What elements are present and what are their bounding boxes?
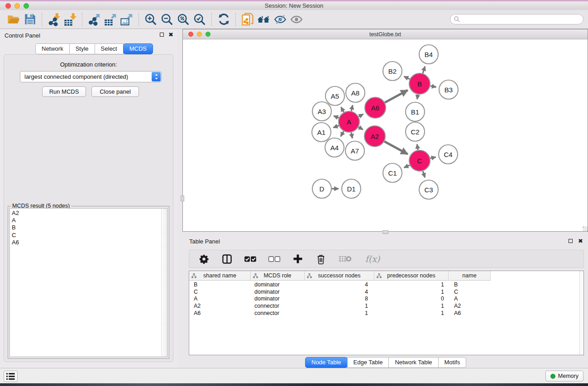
edge-B-B4[interactable]: [423, 67, 425, 73]
tab-node-table[interactable]: Node Table: [305, 357, 348, 368]
table-row[interactable]: Cdominator41C: [189, 288, 579, 295]
tab-motifs[interactable]: Motifs: [438, 357, 467, 368]
node-B1[interactable]: B1: [406, 102, 425, 121]
node-A5[interactable]: A5: [325, 86, 344, 105]
network-window-titlebar[interactable]: testGlobe.txt: [183, 29, 588, 39]
node-D[interactable]: D: [312, 179, 331, 198]
save-session-button[interactable]: [22, 11, 38, 28]
edge-A-A1[interactable]: [333, 125, 339, 128]
export-image-button[interactable]: [119, 11, 135, 28]
unselect-all-button[interactable]: [268, 253, 281, 265]
zoom-in-button[interactable]: [143, 11, 159, 28]
node-A1[interactable]: A1: [312, 123, 331, 142]
task-history-button[interactable]: [4, 371, 18, 382]
memory-button[interactable]: Memory: [545, 371, 583, 381]
table-row[interactable]: Adominator80A: [189, 295, 579, 303]
tab-network[interactable]: Network: [35, 43, 70, 54]
home-button[interactable]: [256, 11, 272, 28]
tab-select[interactable]: Select: [95, 43, 124, 54]
splitter-handle[interactable]: [382, 230, 388, 234]
tab-network-table[interactable]: Network Table: [388, 357, 438, 368]
edge-B-B3[interactable]: [430, 86, 436, 87]
refresh-button[interactable]: [215, 11, 232, 28]
node-A7[interactable]: A7: [345, 141, 364, 160]
scrollbar[interactable]: [579, 271, 583, 355]
column-header-predecessor-nodes[interactable]: predecessor nodes: [374, 271, 449, 281]
node-A3[interactable]: A3: [312, 102, 331, 121]
import-table-button[interactable]: [62, 11, 78, 28]
node-A6[interactable]: A6: [365, 97, 386, 118]
edge-A-A8[interactable]: [351, 105, 353, 111]
search-input[interactable]: [450, 14, 583, 24]
node-B4[interactable]: B4: [419, 45, 438, 64]
import-network-button[interactable]: [46, 11, 62, 28]
table-row[interactable]: Bdominator41B: [189, 281, 579, 288]
node-A[interactable]: A: [339, 111, 359, 132]
mcds-result-item[interactable]: A: [12, 217, 159, 224]
edge-A2-C[interactable]: [384, 141, 408, 154]
open-session-button[interactable]: [5, 11, 22, 28]
criterion-dropdown[interactable]: largest connected component (directed): [20, 71, 162, 82]
edge-B-B1[interactable]: [417, 95, 418, 100]
edge-C-C4[interactable]: [430, 157, 435, 158]
edge-C-C2[interactable]: [417, 144, 418, 150]
edge-C-C1[interactable]: [404, 165, 410, 168]
edge-A-A2[interactable]: [359, 127, 363, 130]
node-B[interactable]: B: [409, 73, 430, 94]
edge-B-B2[interactable]: [404, 76, 410, 79]
column-header-MCDS-role[interactable]: MCDS role: [251, 271, 305, 281]
settings-gear-button[interactable]: [197, 253, 210, 265]
node-C2[interactable]: C2: [406, 122, 425, 141]
hide-graphics-details-button[interactable]: [272, 11, 288, 28]
column-header-shared-name[interactable]: shared name: [189, 271, 251, 281]
close-panel-icon[interactable]: ✖: [168, 32, 173, 37]
show-graphics-details-button[interactable]: [288, 11, 305, 28]
float-panel-icon[interactable]: [160, 33, 164, 37]
zoom-selected-button[interactable]: [191, 11, 208, 28]
export-network-button[interactable]: [86, 11, 102, 28]
splitter-handle[interactable]: [181, 195, 184, 201]
column-header-name[interactable]: name: [449, 271, 491, 281]
node-C3[interactable]: C3: [419, 180, 438, 199]
mcds-result-item[interactable]: B: [12, 224, 159, 231]
export-table-button[interactable]: [102, 11, 119, 28]
node-B3[interactable]: B3: [439, 80, 458, 99]
new-network-document-button[interactable]: [239, 11, 256, 28]
run-mcds-button[interactable]: Run MCDS: [42, 86, 86, 97]
table-row[interactable]: A6connector11A6: [189, 310, 579, 317]
mcds-result-item[interactable]: A2: [12, 210, 159, 217]
edge-A-A5[interactable]: [341, 107, 344, 112]
edge-A-A7[interactable]: [351, 133, 353, 138]
resize-handle[interactable]: [583, 226, 588, 231]
node-table[interactable]: shared nameMCDS rolesuccessor nodesprede…: [189, 271, 584, 355]
function-builder-button[interactable]: f(x): [363, 253, 382, 265]
node-C[interactable]: C: [409, 150, 430, 171]
node-C4[interactable]: C4: [439, 145, 458, 164]
delete-columns-button[interactable]: [315, 253, 327, 265]
node-A8[interactable]: A8: [346, 83, 365, 102]
edge-A6-B[interactable]: [385, 90, 408, 102]
select-all-button[interactable]: [244, 253, 257, 265]
node-D1[interactable]: D1: [342, 179, 361, 198]
zoom-out-button[interactable]: [159, 11, 175, 28]
zoom-fit-button[interactable]: [175, 11, 191, 28]
edge-A-A4[interactable]: [341, 131, 344, 137]
node-B2[interactable]: B2: [383, 62, 402, 81]
tab-edge-table[interactable]: Edge Table: [347, 357, 389, 368]
column-header-successor-nodes[interactable]: successor nodes: [305, 271, 374, 281]
delete-table-button[interactable]: [338, 253, 352, 265]
mcds-result-item[interactable]: A6: [12, 239, 159, 246]
close-panel-icon[interactable]: ✖: [578, 238, 583, 243]
show-columns-button[interactable]: [220, 253, 233, 265]
edge-C-C3[interactable]: [423, 171, 425, 177]
edge-A-A6[interactable]: [359, 114, 363, 117]
node-A2[interactable]: A2: [364, 126, 385, 147]
network-graph[interactable]: AA1A2A3A4A5A6A7A8BB1B2B3B4CC1C2C3C4DD1: [183, 39, 588, 231]
mcds-result-item[interactable]: C: [12, 232, 159, 239]
close-panel-button[interactable]: Close panel: [91, 86, 139, 97]
tab-style[interactable]: Style: [69, 43, 95, 54]
float-panel-icon[interactable]: [569, 239, 573, 243]
node-A4[interactable]: A4: [325, 138, 344, 157]
table-row[interactable]: A2connector11A2: [189, 302, 579, 310]
edge-A-A3[interactable]: [334, 116, 339, 118]
